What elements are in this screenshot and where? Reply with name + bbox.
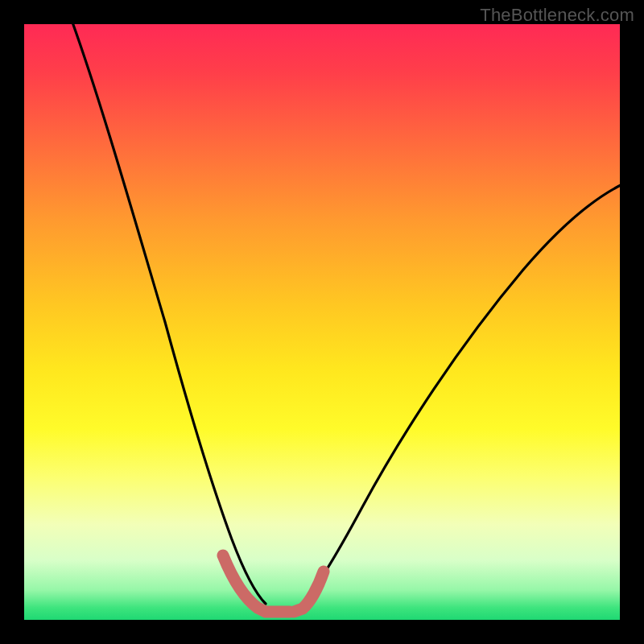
- chart-frame: TheBottleneck.com: [0, 0, 644, 644]
- curve-left: [72, 20, 266, 604]
- plot-area: [24, 24, 620, 620]
- curve-layer: [24, 24, 620, 620]
- curve-right: [302, 184, 624, 604]
- watermark-text: TheBottleneck.com: [480, 5, 634, 26]
- valley-highlight: [223, 555, 324, 612]
